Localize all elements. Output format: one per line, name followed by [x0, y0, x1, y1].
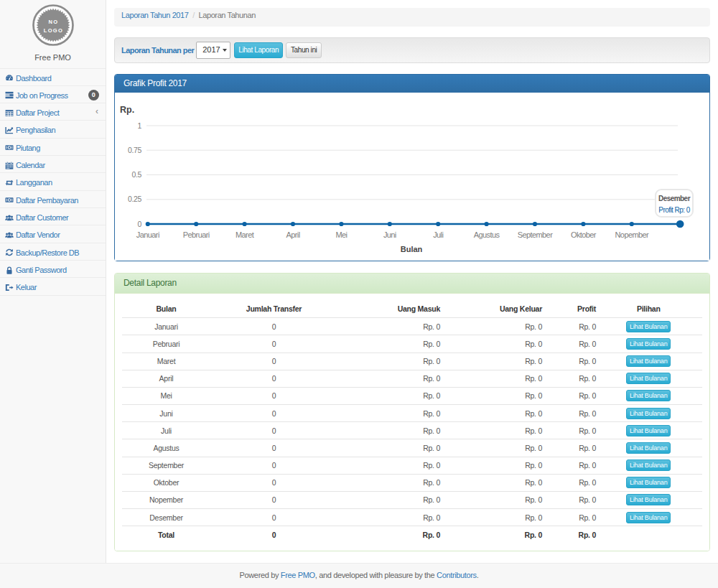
svg-text:0: 0	[138, 219, 142, 228]
svg-text:Pebruari: Pebruari	[183, 230, 210, 239]
svg-text:0.5: 0.5	[131, 170, 141, 179]
svg-text:Bulan: Bulan	[401, 245, 423, 253]
svg-text:Rp.: Rp.	[120, 105, 134, 115]
svg-text:Maret: Maret	[236, 230, 254, 239]
svg-text:September: September	[518, 230, 553, 239]
svg-text:Mei: Mei	[335, 230, 347, 239]
svg-text:0.75: 0.75	[128, 145, 142, 154]
svg-text:0.25: 0.25	[128, 195, 142, 203]
svg-text:Oktober: Oktober	[571, 230, 597, 239]
svg-text:1: 1	[138, 121, 142, 129]
svg-text:Juni: Juni	[383, 230, 396, 239]
svg-text:Agustus: Agustus	[474, 230, 500, 239]
svg-text:NO: NO	[48, 19, 58, 25]
svg-text:Juli: Juli	[433, 230, 443, 239]
svg-text:LOGO: LOGO	[43, 27, 63, 34]
svg-text:Nopember: Nopember	[615, 230, 649, 239]
svg-text:Januari: Januari	[136, 230, 159, 239]
svg-text:April: April	[286, 230, 299, 239]
